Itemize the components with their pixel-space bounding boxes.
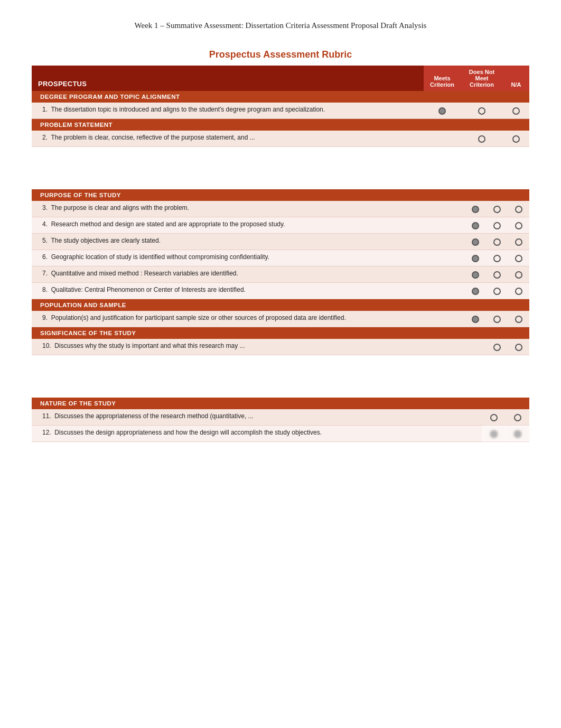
criterion-9-does-not[interactable]	[486, 311, 508, 327]
col-header-prospectus: PROSPECTUS	[32, 66, 424, 91]
page-gap-2	[32, 355, 529, 398]
criterion-4-na[interactable]	[508, 217, 529, 234]
rubric-table-top: PROSPECTUS Meets Criterion Does Not Meet…	[32, 66, 529, 147]
criterion-5-text: 5. The study objectives are clearly stat…	[32, 234, 465, 250]
criterion-1-does-not[interactable]	[461, 103, 503, 119]
radio-empty-icon	[493, 344, 501, 351]
page-gap-1	[32, 147, 529, 189]
criterion-11-does-not[interactable]	[482, 409, 506, 426]
table-row: 2. The problem is clear, concise, reflec…	[32, 131, 529, 147]
section-label-degree: Degree Program and Topic Alignment	[40, 94, 180, 100]
criterion-9-meets[interactable]	[465, 311, 487, 327]
criterion-4-text: 4. Research method and design are stated…	[32, 217, 465, 234]
radio-filled-icon	[472, 206, 479, 213]
criterion-3-does-not[interactable]	[486, 201, 508, 217]
col-header-na: N/A	[503, 66, 529, 91]
radio-empty-icon	[515, 271, 522, 279]
table-row: 9. Population(s) and justification for p…	[32, 311, 529, 327]
criterion-1-na[interactable]	[503, 103, 529, 119]
criterion-8-meets[interactable]	[465, 283, 487, 299]
radio-filled-icon	[472, 316, 479, 323]
radio-filled-icon	[438, 107, 446, 115]
radio-filled-icon	[472, 222, 479, 229]
criterion-11-text: 11. Discusses the appropriateness of the…	[32, 409, 470, 426]
radio-filled-icon	[472, 255, 479, 262]
criterion-8-na[interactable]	[508, 283, 529, 299]
table-row: 7. Quantitative and mixed method : Resea…	[32, 266, 529, 283]
table-row: 3. The purpose is clear and aligns with …	[32, 201, 529, 217]
section-label-population: Population and Sample	[40, 302, 126, 308]
radio-empty-icon	[515, 316, 522, 323]
section-label-significance: Significance of the Study	[40, 330, 136, 336]
table-row: 10. Discusses why the study is important…	[32, 339, 529, 355]
section-header-significance: Significance of the Study	[32, 327, 529, 339]
radio-empty-icon	[493, 271, 501, 279]
radio-empty-icon	[493, 222, 501, 229]
radio-empty-icon	[515, 288, 522, 295]
criterion-9-na[interactable]	[508, 311, 529, 327]
criterion-2-does-not[interactable]	[461, 131, 503, 147]
criterion-2-na[interactable]	[503, 131, 529, 147]
radio-empty-icon	[512, 135, 520, 143]
criterion-2-meets[interactable]	[424, 131, 461, 147]
criterion-7-does-not[interactable]	[486, 266, 508, 283]
rubric-table-middle: Purpose of the Study 3. The purpose is c…	[32, 189, 529, 355]
criterion-12-na[interactable]	[506, 426, 529, 442]
col-header-meets: Meets Criterion	[424, 66, 461, 91]
radio-empty-icon	[493, 255, 501, 262]
section-header-degree: Degree Program and Topic Alignment	[32, 91, 529, 103]
criterion-3-na[interactable]	[508, 201, 529, 217]
rubric-table-bottom: Nature of the Study 11. Discusses the ap…	[32, 398, 529, 442]
radio-empty-icon	[512, 107, 520, 115]
criterion-2-text: 2. The problem is clear, concise, reflec…	[32, 131, 424, 147]
radio-empty-icon	[514, 414, 521, 421]
criterion-10-na[interactable]	[508, 339, 529, 355]
criterion-11-na[interactable]	[506, 409, 529, 426]
table-header-row: PROSPECTUS Meets Criterion Does Not Meet…	[32, 66, 529, 91]
criterion-3-meets[interactable]	[465, 201, 487, 217]
table-row: 12. Discusses the design appropriateness…	[32, 426, 529, 442]
radio-empty-icon	[515, 238, 522, 246]
table-row: 8. Qualitative: Central Phenomenon or Ce…	[32, 283, 529, 299]
criterion-6-does-not[interactable]	[486, 250, 508, 266]
radio-empty-icon	[493, 238, 501, 246]
criterion-5-meets[interactable]	[465, 234, 487, 250]
criterion-12-does-not[interactable]	[482, 426, 506, 442]
radio-empty-icon	[493, 288, 501, 295]
criterion-6-na[interactable]	[508, 250, 529, 266]
criterion-10-does-not[interactable]	[486, 339, 508, 355]
criterion-9-text: 9. Population(s) and justification for p…	[32, 311, 465, 327]
criterion-1-meets[interactable]	[424, 103, 461, 119]
table-row: 11. Discusses the appropriateness of the…	[32, 409, 529, 426]
criterion-12-meets[interactable]	[470, 426, 482, 442]
criterion-5-na[interactable]	[508, 234, 529, 250]
radio-empty-icon	[493, 316, 501, 323]
criterion-6-meets[interactable]	[465, 250, 487, 266]
radio-empty-icon	[478, 107, 485, 115]
col-header-does-not-meet: Does Not Meet Criterion	[461, 66, 503, 91]
radio-filled-icon	[472, 238, 479, 246]
section-header-problem: Problem Statement	[32, 119, 529, 131]
page-title: Week 1 – Summative Assessment: Dissertat…	[32, 21, 529, 30]
radio-empty-icon	[515, 222, 522, 229]
section-label-nature: Nature of the Study	[40, 400, 116, 407]
criterion-4-does-not[interactable]	[486, 217, 508, 234]
radio-filled-icon	[490, 430, 498, 438]
table-row: 6. Geographic location of study is ident…	[32, 250, 529, 266]
criterion-3-text: 3. The purpose is clear and aligns with …	[32, 201, 465, 217]
table-row: 4. Research method and design are stated…	[32, 217, 529, 234]
criterion-11-meets[interactable]	[470, 409, 482, 426]
criterion-4-meets[interactable]	[465, 217, 487, 234]
criterion-8-text: 8. Qualitative: Central Phenomenon or Ce…	[32, 283, 465, 299]
criterion-6-text: 6. Geographic location of study is ident…	[32, 250, 465, 266]
criterion-7-na[interactable]	[508, 266, 529, 283]
criterion-8-does-not[interactable]	[486, 283, 508, 299]
radio-empty-icon	[515, 344, 522, 351]
section-header-purpose: Purpose of the Study	[32, 189, 529, 201]
section-header-nature: Nature of the Study	[32, 398, 529, 409]
criterion-7-meets[interactable]	[465, 266, 487, 283]
criterion-5-does-not[interactable]	[486, 234, 508, 250]
radio-filled-icon	[472, 271, 479, 279]
criterion-1-text: 1. The dissertation topic is introduced …	[32, 103, 424, 119]
criterion-10-meets[interactable]	[465, 339, 487, 355]
